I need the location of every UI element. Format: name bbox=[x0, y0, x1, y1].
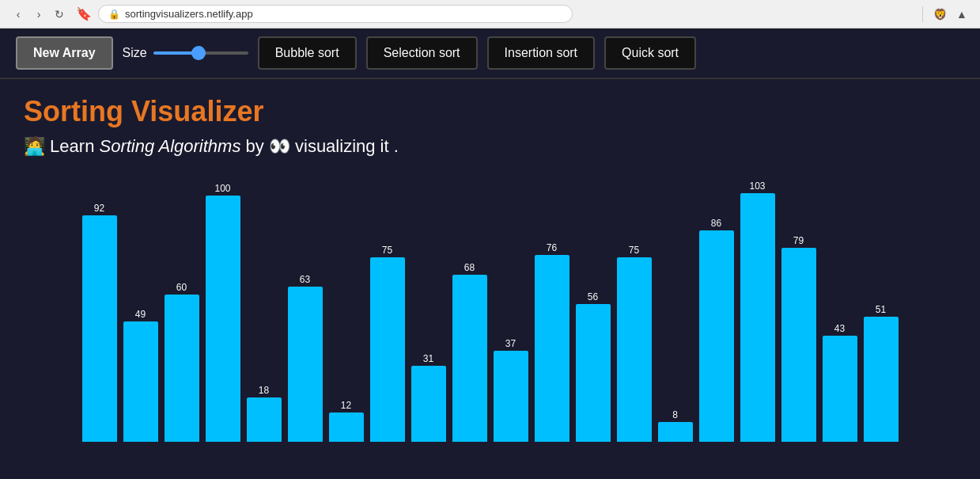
subtitle-italic: Sorting Algorithms bbox=[100, 136, 241, 156]
bar-label: 79 bbox=[793, 235, 804, 246]
reload-button[interactable]: ↻ bbox=[51, 6, 68, 23]
bar-label: 56 bbox=[588, 291, 598, 302]
bar-label: 31 bbox=[423, 353, 433, 364]
bar-wrapper: 68 bbox=[452, 181, 487, 442]
bar bbox=[658, 422, 693, 442]
bar-wrapper: 92 bbox=[82, 181, 117, 442]
bar-wrapper: 75 bbox=[370, 181, 405, 442]
bar-wrapper: 8 bbox=[658, 181, 693, 442]
bar-wrapper: 18 bbox=[247, 181, 282, 442]
bar bbox=[247, 397, 282, 442]
toolbar: New Array Size Bubble sort Selection sor… bbox=[0, 29, 980, 79]
bar-wrapper: 49 bbox=[123, 181, 158, 442]
bar-wrapper: 43 bbox=[823, 181, 857, 442]
insertion-sort-button[interactable]: Insertion sort bbox=[487, 36, 595, 70]
bar-wrapper: 37 bbox=[494, 181, 528, 442]
bar-label: 75 bbox=[629, 245, 639, 256]
page-title: Sorting Visualizer bbox=[24, 95, 956, 128]
bar-label: 86 bbox=[711, 218, 721, 229]
new-array-button[interactable]: New Array bbox=[16, 36, 113, 70]
bar bbox=[370, 257, 405, 442]
bar-label: 37 bbox=[505, 338, 516, 349]
bar-label: 8 bbox=[672, 409, 678, 420]
browser-extensions: 🦁 ▲ bbox=[919, 6, 971, 23]
bar-wrapper: 56 bbox=[576, 181, 611, 442]
bar bbox=[535, 255, 569, 442]
bar bbox=[452, 275, 487, 442]
bar bbox=[576, 304, 611, 442]
bar-label: 100 bbox=[214, 183, 230, 194]
bar-label: 12 bbox=[341, 400, 351, 411]
bookmark-icon[interactable]: 🔖 bbox=[76, 6, 92, 21]
bar bbox=[617, 257, 652, 442]
main-content: Sorting Visualizer 🧑‍💻 Learn Sorting Alg… bbox=[0, 79, 980, 479]
bar bbox=[288, 287, 323, 442]
back-button[interactable]: ‹ bbox=[9, 6, 27, 23]
bar bbox=[864, 317, 899, 442]
bar bbox=[165, 295, 199, 442]
size-label: Size bbox=[123, 46, 147, 60]
size-container: Size bbox=[123, 46, 248, 60]
bar-label: 92 bbox=[94, 203, 104, 214]
bar-label: 75 bbox=[382, 245, 392, 256]
bar bbox=[740, 193, 775, 442]
bar-wrapper: 51 bbox=[864, 181, 899, 442]
browser-chrome: ‹ › ↻ 🔖 🔒 sortingvisualizers.netlify.app… bbox=[0, 0, 980, 29]
address-bar[interactable]: 🔒 sortingvisualizers.netlify.app bbox=[98, 5, 573, 23]
bar-wrapper: 86 bbox=[699, 181, 734, 442]
bar bbox=[781, 248, 816, 442]
bar bbox=[411, 366, 446, 442]
bar bbox=[699, 230, 734, 442]
size-slider[interactable] bbox=[153, 51, 248, 55]
bar-chart: 9249601001863127531683776567588610379435… bbox=[24, 181, 956, 450]
bar bbox=[82, 215, 117, 442]
bar-wrapper: 76 bbox=[535, 181, 569, 442]
bar bbox=[494, 351, 528, 442]
bar-wrapper: 12 bbox=[329, 181, 364, 442]
bubble-sort-button[interactable]: Bubble sort bbox=[258, 36, 357, 70]
bar-label: 60 bbox=[176, 282, 187, 293]
bar bbox=[329, 412, 364, 442]
extension-icon[interactable]: ▲ bbox=[953, 6, 971, 23]
bar bbox=[206, 196, 240, 442]
bar-label: 18 bbox=[259, 385, 269, 396]
divider bbox=[922, 6, 923, 22]
bar-wrapper: 60 bbox=[165, 181, 199, 442]
bar-label: 63 bbox=[300, 274, 310, 285]
bar-wrapper: 103 bbox=[740, 181, 775, 442]
bar-wrapper: 100 bbox=[206, 181, 240, 442]
brave-icon[interactable]: 🦁 bbox=[931, 6, 948, 23]
bar-label: 103 bbox=[749, 181, 765, 192]
url-text: sortingvisualizers.netlify.app bbox=[125, 8, 253, 20]
lock-icon: 🔒 bbox=[108, 9, 120, 20]
quick-sort-button[interactable]: Quick sort bbox=[604, 36, 696, 70]
bar-label: 51 bbox=[876, 304, 886, 315]
bar-label: 76 bbox=[547, 242, 557, 253]
subtitle: 🧑‍💻 Learn Sorting Algorithms by 👀 visual… bbox=[24, 136, 956, 157]
subtitle-prefix: 🧑‍💻 Learn bbox=[24, 136, 100, 156]
bar-label: 49 bbox=[135, 309, 146, 320]
nav-buttons: ‹ › ↻ bbox=[9, 6, 68, 23]
bar-wrapper: 79 bbox=[781, 181, 816, 442]
bar bbox=[123, 321, 158, 442]
selection-sort-button[interactable]: Selection sort bbox=[366, 36, 478, 70]
bar-wrapper: 63 bbox=[288, 181, 323, 442]
subtitle-suffix: by 👀 visualizing it . bbox=[240, 136, 398, 156]
bar-label: 43 bbox=[834, 323, 845, 334]
bar-label: 68 bbox=[464, 262, 475, 273]
forward-button[interactable]: › bbox=[30, 6, 47, 23]
bar-wrapper: 31 bbox=[411, 181, 446, 442]
bar bbox=[823, 336, 857, 442]
bar-wrapper: 75 bbox=[617, 181, 652, 442]
